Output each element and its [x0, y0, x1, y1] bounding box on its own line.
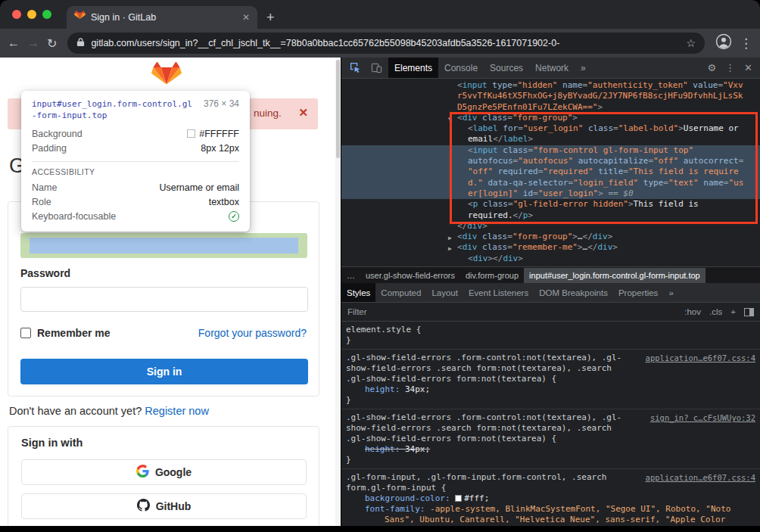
tab-styles[interactable]: Styles	[341, 283, 375, 302]
remember-me-checkbox[interactable]	[20, 328, 31, 338]
css-selector[interactable]: element.style {	[346, 325, 755, 335]
elements-node-line[interactable]: "off" required="required" title="This fi…	[341, 166, 760, 177]
tab-network[interactable]: Network	[529, 58, 575, 78]
elements-node-line[interactable]: autofocus="autofocus" autocapitalize="of…	[341, 156, 760, 166]
devtools-menu-dots-icon[interactable]: ⋮	[725, 62, 735, 73]
devtools-settings-gear-icon[interactable]: ⚙	[707, 62, 716, 73]
stylesheet-link[interactable]: application…e6f07.css:4	[646, 472, 755, 483]
code-token: class	[478, 113, 508, 123]
elements-node-line[interactable]: ▶<div class="form-group">…</div>	[341, 232, 760, 242]
url-text[interactable]: gitlab.com/users/sign_in?__cf_chl_jschl_…	[91, 38, 680, 48]
tab-properties[interactable]: Properties	[613, 283, 663, 302]
inspect-element-icon[interactable]	[346, 62, 365, 73]
forward-icon[interactable]: →	[27, 36, 39, 50]
breadcrumb-item[interactable]: div.form-group	[460, 268, 524, 283]
elements-node-line[interactable]: ▼<div class="form-group">	[341, 113, 760, 123]
code-token: class	[583, 123, 613, 133]
browser-menu-dots-icon[interactable]: ⋮	[740, 36, 752, 51]
css-selector[interactable]: .gl-show-field-errors form:not(textarea)…	[346, 374, 755, 384]
css-declaration[interactable]: height: 34px;	[346, 384, 755, 395]
elements-node-line[interactable]: required.</p>	[341, 210, 760, 221]
sign-in-button[interactable]: Sign in	[20, 359, 308, 384]
elements-node-line[interactable]: ▶<div class="remember-me">…</div>	[341, 242, 760, 253]
css-selector[interactable]: form.gl-form-input {	[346, 483, 755, 493]
toggle-sidebar-icon[interactable]	[744, 308, 754, 316]
google-icon	[136, 465, 149, 480]
elements-node-line[interactable]: <label for="user_login" class="label-bol…	[341, 123, 760, 134]
code-token: >	[612, 242, 618, 252]
code-token: required.	[468, 210, 513, 220]
avatar-icon[interactable]	[715, 33, 732, 53]
breadcrumb-item[interactable]: …	[341, 268, 360, 283]
elements-node-line[interactable]: er[login]" id="user_login"> == $0	[341, 188, 760, 199]
css-selector[interactable]: show-field-errors .search form:not(texta…	[346, 423, 755, 434]
elements-node-line[interactable]: email</label>	[341, 134, 760, 145]
breadcrumb-item[interactable]: input#user_login.form-control.gl-form-in…	[524, 268, 705, 283]
elements-node-line[interactable]: </div>	[341, 221, 760, 232]
tabs-overflow-chevron[interactable]: »	[663, 283, 678, 302]
elements-node-line[interactable]: d." data-qa-selector="login_field" type=…	[341, 178, 760, 188]
breadcrumb-item[interactable]: user.gl-show-field-errors	[360, 268, 460, 283]
elements-node-line[interactable]: <input type="hidden" name="authenticity_…	[341, 80, 760, 91]
traffic-light-zoom[interactable]	[42, 10, 51, 19]
code-token: <	[457, 80, 463, 90]
elements-node-line[interactable]: r5vvTfKu46tX5FhxOG+j8yBYvadG/2JY7NP6fB8s…	[341, 91, 760, 101]
elements-node-line[interactable]: <input class="form-control gl-form-input…	[341, 145, 760, 156]
username-input-inspect-highlight[interactable]	[20, 233, 307, 258]
password-input[interactable]	[20, 287, 308, 312]
toggle-class-button[interactable]: .cls	[709, 307, 722, 316]
tab-layout[interactable]: Layout	[426, 283, 463, 302]
devtools-close-icon[interactable]: ✕	[744, 62, 752, 73]
address-bar[interactable]: gitlab.com/users/sign_in?__cf_chl_jschl_…	[67, 33, 705, 54]
code-token: div	[597, 242, 612, 252]
a11y-name-label: Name	[32, 182, 57, 193]
stylesheet-link[interactable]: application…e6f07.css:4	[646, 353, 755, 363]
new-tab-button[interactable]: +	[266, 9, 275, 26]
styles-filter-input[interactable]	[347, 307, 676, 316]
code-token: "form-group"	[512, 232, 572, 241]
tab-dom-breakpoints[interactable]: DOM Breakpoints	[534, 283, 613, 302]
tab-event-listeners[interactable]: Event Listeners	[463, 283, 534, 302]
code-token: "user_login"	[538, 188, 598, 198]
code-token: >	[518, 254, 523, 263]
stylesheet-link[interactable]: sign_in? c…cFsUWUyo:32	[650, 412, 755, 423]
toggle-hover-state-button[interactable]: :hov	[684, 307, 701, 316]
reload-icon[interactable]: ↻	[47, 36, 57, 51]
code-token: >	[678, 123, 684, 133]
css-declaration[interactable]: font-family: -apple-system, BlinkMacSyst…	[346, 504, 755, 515]
back-icon[interactable]: ←	[8, 36, 20, 50]
tab-sources[interactable]: Sources	[484, 58, 529, 78]
register-now-link[interactable]: Register now	[145, 405, 209, 417]
tab-close-icon[interactable]: ✕	[242, 12, 250, 23]
css-selector[interactable]: show-field-errors .search form:not(texta…	[346, 363, 755, 374]
traffic-light-minimize[interactable]	[27, 10, 36, 19]
forgot-password-link[interactable]: Forgot your password?	[198, 327, 307, 339]
elements-node-line[interactable]: <div></div>	[341, 254, 760, 264]
tab-computed[interactable]: Computed	[375, 283, 426, 302]
tabs-overflow-chevron[interactable]: »	[575, 58, 592, 78]
css-declaration[interactable]: background-color: #fff;	[346, 493, 755, 504]
tab-console[interactable]: Console	[438, 58, 484, 78]
elements-node-line[interactable]: D5gnzPe5PEnfn01Fu7LZekCWA==">	[341, 102, 760, 113]
scrollbar-thumb[interactable]	[336, 60, 340, 158]
new-style-rule-button[interactable]: +	[730, 307, 736, 316]
code-token: div	[473, 254, 488, 263]
css-selector[interactable]: .gl-show-field-errors form:not(textarea)…	[346, 434, 755, 444]
code-token: autocapitalize	[573, 156, 648, 166]
code-token: "text"	[668, 178, 699, 188]
browser-tab[interactable]: Sign in · GitLab ✕	[67, 6, 257, 29]
page-scrollbar[interactable]	[335, 58, 341, 526]
alert-close-icon[interactable]: ✕	[298, 106, 308, 120]
elements-node-line[interactable]: <p class="gl-field-error hidden">This fi…	[341, 199, 760, 210]
tab-elements[interactable]: Elements	[388, 58, 438, 78]
traffic-light-close[interactable]	[12, 10, 21, 19]
code-token: <	[468, 254, 473, 263]
sign-in-with-title: Sign in with	[21, 437, 83, 449]
color-swatch[interactable]	[455, 495, 462, 502]
github-signin-button[interactable]: GitHub	[21, 493, 307, 519]
bookmark-star-icon[interactable]: ☆	[686, 37, 696, 49]
device-toolbar-icon[interactable]	[367, 62, 386, 73]
google-signin-button[interactable]: Google	[21, 459, 307, 485]
code-token: div	[503, 254, 518, 263]
css-declaration[interactable]: height: 34px;	[346, 444, 755, 455]
